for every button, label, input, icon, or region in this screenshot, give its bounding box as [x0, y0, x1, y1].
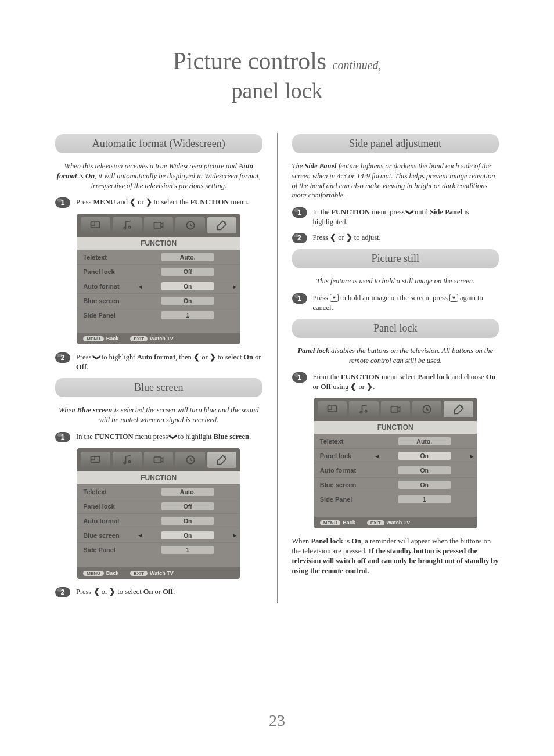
osd-row-value: 1	[398, 495, 451, 503]
osd-row: Side Panel◂1▸	[77, 308, 240, 322]
left-triangle-icon: ◂	[376, 482, 379, 488]
step-number-icon: 2	[55, 352, 70, 363]
step-side-panel-2: 2 Press ❮ or ❯ to adjust.	[292, 233, 499, 243]
left-triangle-icon: ◂	[139, 283, 142, 290]
osd-row-label: Side Panel	[320, 496, 378, 503]
left-triangle-icon: ◂	[376, 453, 379, 459]
left-triangle-icon: ◂	[139, 517, 142, 524]
svg-rect-9	[154, 457, 161, 463]
osd-row: Blue screen◂On▸	[314, 477, 477, 492]
osd-row: Auto format◂On▸	[77, 279, 240, 293]
svg-point-14	[365, 411, 367, 412]
osd-footer: MENUBackEXITWatch TV	[77, 567, 240, 579]
osd-row: Teletext◂Auto.▸	[77, 250, 240, 264]
osd-menu-blue-screen: FUNCTIONTeletext◂Auto.▸Panel lock◂Off▸Au…	[77, 448, 240, 579]
right-triangle-icon: ▸	[233, 517, 236, 524]
osd-menu-auto-format: FUNCTIONTeletext◂Auto.▸Panel lock◂Off▸Au…	[77, 214, 240, 344]
step-text: In the FUNCTION menu press ❯ until Side …	[313, 207, 499, 227]
svg-rect-3	[154, 222, 161, 228]
step-number-icon: 1	[55, 432, 70, 442]
osd-row-label: Panel lock	[320, 452, 378, 459]
osd-title: FUNCTION	[314, 421, 477, 434]
left-triangle-icon: ◂	[139, 532, 142, 538]
right-triangle-icon: ▸	[233, 546, 236, 553]
left-triangle-icon: ◂	[139, 488, 142, 495]
left-arrow-icon: ❮	[129, 198, 136, 206]
step-number-icon: 1	[292, 293, 307, 304]
left-triangle-icon: ◂	[139, 503, 142, 509]
osd-tab-icon	[175, 452, 204, 468]
step-text: In the FUNCTION menu press ❯ to highligh…	[76, 432, 262, 442]
osd-row-label: Auto format	[320, 467, 378, 474]
osd-row: Auto format◂On▸	[314, 463, 477, 477]
osd-row-value: On	[161, 531, 214, 539]
osd-tab-icon	[175, 217, 204, 233]
title-main: Picture controls	[172, 48, 326, 74]
osd-row-value: Auto.	[161, 253, 214, 261]
down-arrow-icon: ❯	[92, 354, 102, 361]
right-arrow-icon: ❯	[346, 233, 352, 242]
osd-footer-watch: Watch TV	[150, 570, 174, 576]
svg-point-13	[361, 411, 362, 413]
osd-icon-row	[77, 448, 240, 471]
right-triangle-icon: ▸	[470, 438, 473, 445]
right-arrow-icon: ❯	[366, 383, 373, 391]
osd-row-value: On	[398, 481, 451, 489]
osd-row: Teletext◂Auto.▸	[314, 434, 477, 448]
left-triangle-icon: ◂	[376, 496, 379, 503]
osd-title: FUNCTION	[77, 237, 240, 250]
section-heading-auto-format: Automatic format (Widescreen)	[55, 134, 262, 153]
left-triangle-icon: ◂	[139, 254, 142, 261]
section-heading-picture-still: Picture still	[292, 249, 499, 268]
osd-row: Blue screen◂On▸	[77, 528, 240, 542]
osd-row-value: On	[161, 282, 214, 290]
osd-row-label: Blue screen	[83, 532, 141, 539]
osd-row: Panel lock◂Off▸	[77, 264, 240, 279]
right-triangle-icon: ▸	[233, 254, 236, 261]
osd-footer-watch: Watch TV	[387, 520, 411, 525]
title-continued: continued,	[333, 59, 382, 71]
osd-row-label: Teletext	[83, 254, 141, 261]
still-button-icon: ▼	[449, 294, 458, 302]
osd-tab-icon	[81, 452, 110, 468]
osd-row-value: Off	[161, 502, 214, 510]
intro-auto-format: When this television receives a true Wid…	[55, 161, 262, 191]
step-number-icon: 1	[55, 197, 70, 208]
osd-icon-row	[77, 214, 240, 237]
osd-row: Auto format◂On▸	[77, 513, 240, 528]
osd-footer-watch: Watch TV	[150, 336, 174, 341]
right-triangle-icon: ▸	[470, 453, 473, 459]
exit-pill-icon: EXIT	[130, 336, 148, 341]
right-triangle-icon: ▸	[233, 312, 236, 319]
step-side-panel-1: 1 In the FUNCTION menu press ❯ until Sid…	[292, 207, 499, 227]
osd-row-label: Panel lock	[83, 503, 141, 510]
right-triangle-icon: ▸	[470, 482, 473, 488]
osd-tab-icon	[113, 452, 142, 468]
osd-row: Panel lock◂Off▸	[77, 499, 240, 513]
menu-pill-icon: MENU	[83, 336, 104, 341]
right-triangle-icon: ▸	[233, 269, 236, 275]
osd-row-label: Teletext	[83, 488, 141, 495]
section-heading-blue-screen: Blue screen	[55, 378, 262, 397]
osd-tab-icon	[144, 217, 173, 233]
left-triangle-icon: ◂	[376, 438, 379, 445]
svg-point-1	[124, 228, 125, 229]
right-triangle-icon: ▸	[233, 488, 236, 495]
right-triangle-icon: ▸	[233, 532, 236, 538]
step-blue-screen-1: 1 In the FUNCTION menu press ❯ to highli…	[55, 432, 262, 442]
svg-point-11	[224, 456, 225, 458]
osd-icon-row	[314, 398, 477, 421]
left-triangle-icon: ◂	[139, 298, 142, 304]
step-text: From the FUNCTION menu select Panel lock…	[313, 372, 499, 392]
osd-row-label: Side Panel	[83, 546, 141, 553]
osd-row-value: Off	[161, 268, 214, 276]
osd-row-label: Teletext	[320, 438, 378, 445]
osd-row-value: On	[398, 466, 451, 474]
osd-footer-back: Back	[106, 570, 119, 576]
left-triangle-icon: ◂	[139, 546, 142, 553]
step-number-icon: 2	[55, 587, 70, 597]
osd-row-label: Auto format	[83, 517, 141, 524]
osd-title: FUNCTION	[77, 471, 240, 484]
osd-tab-icon	[207, 452, 236, 468]
osd-row-value: Auto.	[161, 488, 214, 496]
